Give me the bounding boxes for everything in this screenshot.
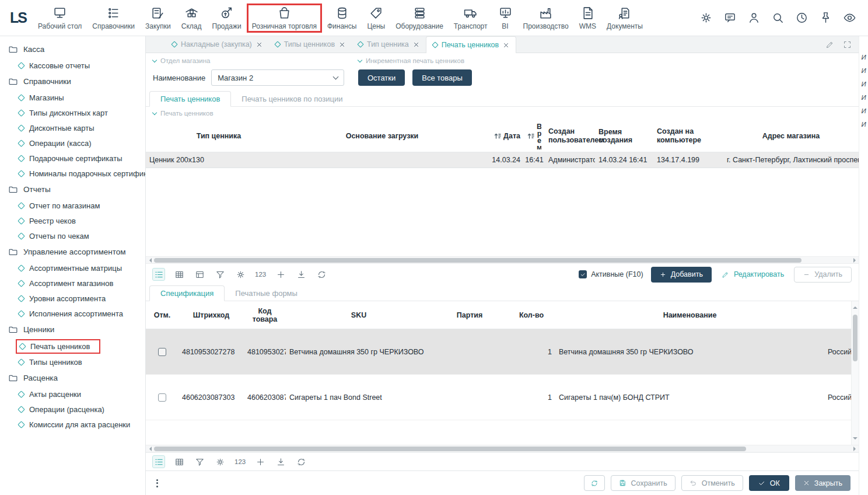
col-code[interactable]: Код товара	[244, 306, 286, 325]
topnav-purchases[interactable]: Закупки	[140, 4, 176, 33]
pin-icon[interactable]	[819, 11, 832, 25]
col-batch[interactable]: Партия	[432, 310, 508, 320]
checkbox-checked-icon[interactable]	[579, 270, 587, 278]
col-time[interactable]: Время	[524, 121, 545, 151]
sidebar-folder-otchety[interactable]: Отчеты	[6, 181, 145, 198]
tab-specification[interactable]: Спецификация	[149, 285, 225, 301]
topnav-warehouse[interactable]: Склад	[176, 4, 207, 33]
topnav-prices[interactable]: Цены	[362, 4, 390, 33]
sidebar-item-reestr-chekov[interactable]: Реестр чеков	[6, 213, 145, 228]
settings-icon[interactable]	[214, 456, 226, 468]
tab-nakladnye-zakupka[interactable]: Накладные (закупка)	[166, 36, 269, 53]
edit-pencil-icon[interactable]	[825, 40, 834, 49]
table-row[interactable]: 4606203087303 4606203087303 Сигареты 1 п…	[146, 375, 859, 420]
sidebar-item-ispolneniya-assortimenta[interactable]: Исполнения ассортимента	[6, 306, 145, 321]
col-sku[interactable]: SKU	[286, 310, 432, 320]
settings-icon[interactable]	[699, 11, 713, 25]
sidebar-item-urovni-assortimenta[interactable]: Уровни ассортимента	[6, 291, 145, 306]
col-created-by[interactable]: Создан пользователем	[545, 126, 595, 145]
topnav-equipment[interactable]: Оборудование	[390, 4, 449, 33]
refresh-icon[interactable]	[316, 269, 327, 280]
col-country[interactable]	[824, 314, 851, 316]
topnav-transport[interactable]: Транспорт	[449, 4, 493, 33]
dock-tab[interactable]: И	[861, 107, 866, 114]
numbers-toggle[interactable]: 123	[235, 458, 246, 465]
dock-tab[interactable]: И	[861, 54, 866, 61]
sidebar-item-otchety-po-chekam[interactable]: Отчеты по чекам	[6, 228, 145, 243]
clock-icon[interactable]	[795, 11, 808, 25]
view-list-icon[interactable]	[153, 456, 164, 468]
sidebar-folder-spravochniki[interactable]: Справочники	[6, 73, 145, 90]
dock-tab[interactable]: И	[861, 121, 866, 128]
col-qty[interactable]: Кол-во	[508, 310, 555, 320]
topnav-production[interactable]: Производство	[518, 4, 574, 33]
filter-icon[interactable]	[194, 456, 205, 468]
eye-icon[interactable]	[843, 11, 856, 25]
sidebar-folder-upravlenie-assortimentom[interactable]: Управление ассортиментом	[6, 243, 145, 260]
refresh-button[interactable]	[584, 475, 605, 491]
col-date[interactable]: Дата	[473, 131, 524, 141]
sidebar-item-tipy-cennikov[interactable]: Типы ценников	[6, 354, 145, 369]
col-type[interactable]: Тип ценника	[146, 131, 292, 141]
sidebar-folder-cenniki[interactable]: Ценники	[6, 321, 145, 338]
topnav-documents[interactable]: Документы	[601, 4, 648, 33]
horizontal-scrollbar[interactable]	[146, 256, 859, 264]
dock-tab[interactable]: И	[861, 81, 866, 88]
user-icon[interactable]	[747, 11, 761, 25]
all-goods-button[interactable]: Все товары	[412, 69, 472, 86]
scroll-right-icon[interactable]	[850, 445, 859, 452]
col-name[interactable]: Наименование	[555, 310, 824, 320]
view-list-icon[interactable]	[153, 269, 164, 280]
tab-tip-cennika[interactable]: Тип ценника	[352, 36, 426, 53]
topnav-desktop[interactable]: Рабочий стол	[33, 4, 87, 33]
topnav-wms[interactable]: WMS	[574, 4, 601, 33]
view-card-icon[interactable]	[194, 269, 205, 280]
refresh-icon[interactable]	[295, 456, 307, 468]
row-checkbox[interactable]	[158, 393, 166, 402]
scroll-left-icon[interactable]	[146, 257, 154, 263]
numbers-toggle[interactable]: 123	[255, 271, 266, 278]
tab-print-forms[interactable]: Печатные формы	[225, 286, 308, 301]
expand-icon[interactable]	[843, 40, 852, 49]
vertical-scrollbar[interactable]	[851, 301, 859, 445]
scroll-up-icon[interactable]	[853, 304, 858, 309]
table-row[interactable]: Ценник 200x130 14.03.24 16:41 Администра…	[146, 152, 859, 168]
sidebar-item-nominaly-sertifikatov[interactable]: Номиналы подарочных сертифика	[6, 166, 145, 181]
settings-icon[interactable]	[235, 269, 246, 280]
export-icon[interactable]	[295, 269, 307, 280]
sidebar-item-operacii-kassa[interactable]: Операции (касса)	[6, 135, 145, 151]
sidebar-item-assortiment-magazinov[interactable]: Ассортимент магазинов	[6, 276, 145, 291]
table-row[interactable]: 4810953027278 4810953027278 Ветчина дома…	[146, 329, 859, 375]
scroll-down-icon[interactable]	[853, 437, 858, 442]
edit-button[interactable]: Редактировать	[719, 270, 786, 278]
sidebar-folder-rascenka[interactable]: Расценка	[6, 369, 145, 386]
view-tab-print-by-position[interactable]: Печать ценников по позиции	[231, 92, 353, 106]
sidebar-item-magaziny[interactable]: Магазины	[6, 90, 145, 105]
scrollbar-thumb[interactable]	[154, 258, 802, 263]
view-table-icon[interactable]	[173, 456, 185, 468]
active-filter-checkbox[interactable]: Активные (F10)	[579, 270, 643, 278]
topnav-finance[interactable]: Финансы	[322, 4, 362, 33]
scrollbar-thumb[interactable]	[853, 315, 858, 361]
close-button[interactable]: Закрыть	[795, 475, 850, 491]
topnav-sales[interactable]: Продажи	[207, 4, 247, 33]
store-section-header[interactable]: Отдел магазина	[153, 57, 350, 64]
sidebar-item-pechat-cennikov[interactable]: Печать ценников	[6, 338, 145, 354]
delete-button[interactable]: Удалить	[794, 267, 852, 283]
col-mark[interactable]: Отм.	[146, 310, 178, 320]
scrollbar-thumb[interactable]	[154, 447, 746, 451]
scroll-left-icon[interactable]	[146, 445, 154, 452]
sidebar-item-kassovye-otchety[interactable]: Кассовые отчеты	[6, 58, 145, 73]
topnav-bi[interactable]: BI	[493, 4, 518, 33]
sort-icon[interactable]	[494, 133, 501, 140]
view-tab-print[interactable]: Печать ценников	[149, 91, 231, 107]
sidebar-item-otchet-po-magazinam[interactable]: Отчет по магазинам	[6, 198, 145, 213]
group-header[interactable]: Печать ценников	[146, 107, 859, 120]
add-button[interactable]: Добавить	[651, 267, 712, 283]
col-basis[interactable]: Основание загрузки	[292, 131, 473, 141]
cancel-button[interactable]: Отменить	[681, 475, 743, 491]
rest-button[interactable]: Остатки	[358, 69, 405, 86]
filter-icon[interactable]	[214, 269, 226, 280]
incremental-section-header[interactable]: Инкрементная печать ценников	[358, 57, 472, 64]
sidebar-item-operacii-rascenka[interactable]: Операции (расценка)	[6, 402, 145, 417]
